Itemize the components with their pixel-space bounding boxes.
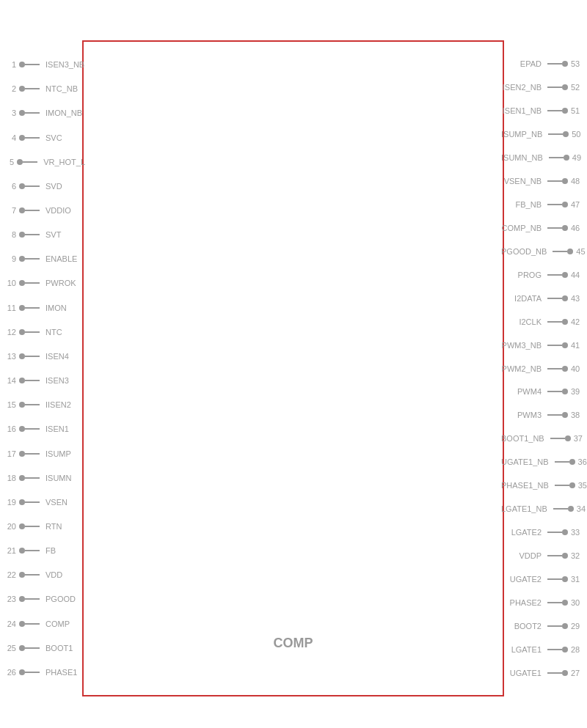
right-pin-number-29: 29 bbox=[571, 622, 587, 630]
left-pin-number-7: 7 bbox=[0, 206, 16, 215]
right-pin-dot-52 bbox=[562, 84, 568, 90]
right-pin-dot-32 bbox=[562, 553, 568, 559]
right-pin-49: 49ISUMN_NB bbox=[501, 153, 587, 162]
left-pin-label-10: PWROK bbox=[45, 279, 76, 287]
right-pin-dot-53 bbox=[562, 61, 568, 67]
left-pin-number-23: 23 bbox=[0, 595, 16, 603]
right-pin-number-51: 51 bbox=[571, 106, 587, 115]
left-pin-line-21 bbox=[25, 550, 40, 551]
left-pin-10: 10PWROK bbox=[0, 279, 85, 287]
left-pin-line-14 bbox=[25, 380, 40, 381]
left-pin-dot-9 bbox=[19, 256, 25, 262]
right-pin-number-32: 32 bbox=[571, 551, 587, 560]
left-pin-5: 5VR_HOT_L bbox=[0, 158, 85, 166]
left-pin-label-21: FB bbox=[45, 546, 56, 555]
right-pin-43: 43I2DATA bbox=[501, 294, 587, 303]
left-pin-number-16: 16 bbox=[0, 424, 16, 433]
left-pin-22: 22VDD bbox=[0, 570, 85, 579]
left-pin-number-9: 9 bbox=[0, 254, 16, 263]
right-pin-dot-35 bbox=[569, 482, 575, 488]
right-pin-line-49 bbox=[549, 157, 564, 158]
left-pin-line-11 bbox=[25, 307, 40, 309]
left-pin-19: 19VSEN bbox=[0, 498, 85, 507]
left-pin-number-12: 12 bbox=[0, 328, 16, 337]
right-pin-dot-27 bbox=[562, 670, 568, 676]
left-pin-number-8: 8 bbox=[0, 230, 16, 239]
right-pin-36: 36UGATE1_NB bbox=[501, 457, 587, 466]
right-pin-label-27: UGATE1 bbox=[510, 669, 542, 677]
left-pin-dot-4 bbox=[19, 135, 25, 141]
right-pin-42: 42I2CLK bbox=[501, 317, 587, 326]
right-pin-number-39: 39 bbox=[571, 387, 587, 396]
right-pin-label-50: ISUMP_NB bbox=[501, 130, 542, 139]
right-pin-label-45: PGOOD_NB bbox=[501, 247, 547, 256]
right-pin-label-39: PWM4 bbox=[517, 387, 542, 396]
left-pin-dot-3 bbox=[19, 110, 25, 116]
left-pin-dot-14 bbox=[19, 378, 25, 383]
left-pin-line-12 bbox=[25, 331, 40, 333]
left-pin-label-25: BOOT1 bbox=[45, 644, 73, 652]
right-pin-39: 39PWM4 bbox=[501, 387, 587, 396]
right-pin-29: 29BOOT2 bbox=[501, 622, 587, 630]
left-pin-dot-24 bbox=[19, 621, 25, 627]
left-pin-1: 1ISEN3_NB bbox=[0, 60, 85, 69]
right-pin-number-31: 31 bbox=[571, 575, 587, 584]
right-pin-line-53 bbox=[547, 63, 562, 65]
left-pin-label-7: VDDIO bbox=[45, 206, 71, 215]
left-pin-line-4 bbox=[25, 137, 40, 139]
left-pin-line-9 bbox=[25, 258, 40, 260]
right-pin-number-33: 33 bbox=[571, 528, 587, 537]
right-pin-dot-44 bbox=[562, 272, 568, 278]
right-pin-number-34: 34 bbox=[577, 504, 587, 513]
right-pin-dot-48 bbox=[562, 178, 568, 184]
right-pin-dot-37 bbox=[565, 435, 571, 441]
left-pin-label-24: COMP bbox=[45, 619, 70, 628]
left-pin-label-14: ISEN3 bbox=[45, 376, 69, 385]
left-pin-18: 18ISUMN bbox=[0, 474, 85, 482]
right-pin-dot-38 bbox=[562, 412, 568, 418]
left-pin-line-7 bbox=[25, 210, 40, 211]
right-pin-line-28 bbox=[547, 649, 562, 650]
right-pin-52: 52ISEN2_NB bbox=[501, 83, 587, 92]
left-pin-label-16: ISEN1 bbox=[45, 424, 69, 433]
right-pin-number-36: 36 bbox=[578, 457, 587, 466]
left-pin-dot-19 bbox=[19, 499, 25, 505]
left-pin-number-10: 10 bbox=[0, 279, 16, 287]
right-pin-label-40: PWM2_NB bbox=[502, 364, 542, 373]
right-pin-label-34: LGATE1_NB bbox=[501, 504, 547, 513]
left-pin-number-24: 24 bbox=[0, 619, 16, 628]
left-pin-label-9: ENABLE bbox=[45, 254, 77, 263]
left-pin-dot-18 bbox=[19, 475, 25, 481]
left-pin-number-5: 5 bbox=[0, 158, 14, 166]
left-pin-label-15: IISEN2 bbox=[45, 400, 71, 409]
right-pin-45: 45PGOOD_NB bbox=[501, 247, 587, 256]
left-pin-line-13 bbox=[25, 356, 40, 357]
right-pin-line-51 bbox=[547, 110, 562, 111]
right-pin-line-36 bbox=[555, 461, 569, 463]
right-pin-line-33 bbox=[547, 532, 562, 533]
left-pin-label-4: SVC bbox=[45, 133, 62, 142]
left-pin-label-8: SVT bbox=[45, 230, 61, 239]
left-pin-label-19: VSEN bbox=[45, 498, 68, 507]
right-pin-28: 28LGATE1 bbox=[501, 645, 587, 654]
right-pin-30: 30PHASE2 bbox=[501, 598, 587, 607]
right-pin-dot-42 bbox=[562, 319, 568, 325]
left-pin-line-3 bbox=[25, 112, 40, 114]
right-pin-number-40: 40 bbox=[571, 364, 587, 373]
left-pin-number-6: 6 bbox=[0, 182, 16, 191]
right-pin-31: 31UGATE2 bbox=[501, 575, 587, 584]
left-pin-label-5: VR_HOT_L bbox=[43, 158, 85, 166]
left-pin-dot-15 bbox=[19, 402, 25, 408]
left-pin-20: 20RTN bbox=[0, 522, 85, 531]
right-pin-dot-39 bbox=[562, 389, 568, 394]
left-pin-dot-23 bbox=[19, 596, 25, 602]
right-pin-label-52: ISEN2_NB bbox=[503, 83, 542, 92]
right-pin-dot-30 bbox=[562, 600, 568, 606]
right-pin-number-38: 38 bbox=[571, 411, 587, 419]
right-pin-40: 40PWM2_NB bbox=[501, 364, 587, 373]
right-pin-label-51: ISEN1_NB bbox=[503, 106, 542, 115]
left-pin-number-21: 21 bbox=[0, 546, 16, 555]
right-pin-53: 53EPAD bbox=[501, 59, 587, 68]
right-pin-label-36: UGATE1_NB bbox=[501, 457, 549, 466]
right-pin-dot-51 bbox=[562, 108, 568, 114]
